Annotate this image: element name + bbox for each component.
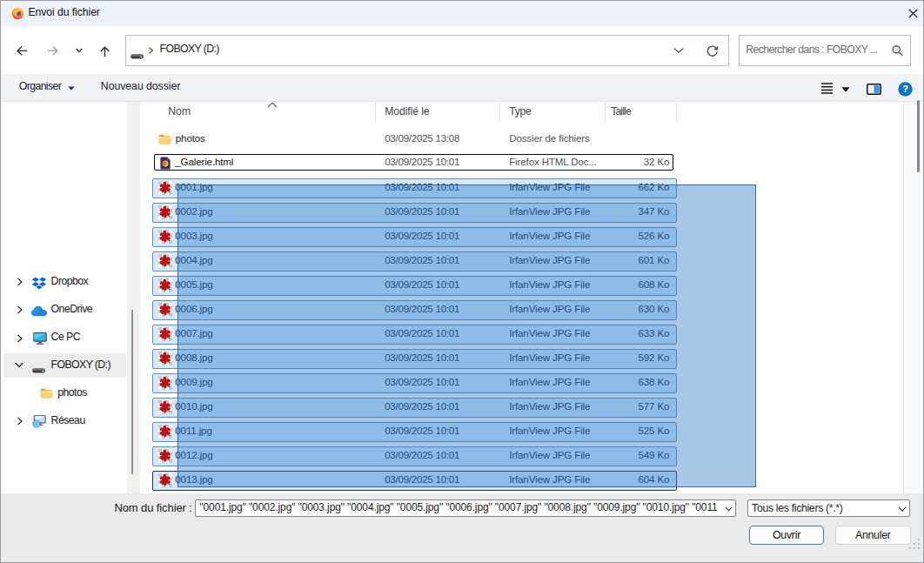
svg-text:c: c xyxy=(168,479,171,486)
svg-text:?: ? xyxy=(902,84,908,94)
svg-text:c: c xyxy=(168,260,171,267)
svg-text:c: c xyxy=(168,455,171,462)
svg-text:c: c xyxy=(168,309,171,316)
svg-text:c: c xyxy=(168,333,171,340)
svg-text:c: c xyxy=(168,382,171,389)
svg-text:c: c xyxy=(168,211,171,218)
svg-text:c: c xyxy=(168,406,171,413)
svg-text:c: c xyxy=(168,431,171,438)
svg-text:c: c xyxy=(168,236,171,243)
svg-text:c: c xyxy=(168,187,171,194)
svg-text:c: c xyxy=(168,358,171,365)
svg-text:c: c xyxy=(168,285,171,292)
